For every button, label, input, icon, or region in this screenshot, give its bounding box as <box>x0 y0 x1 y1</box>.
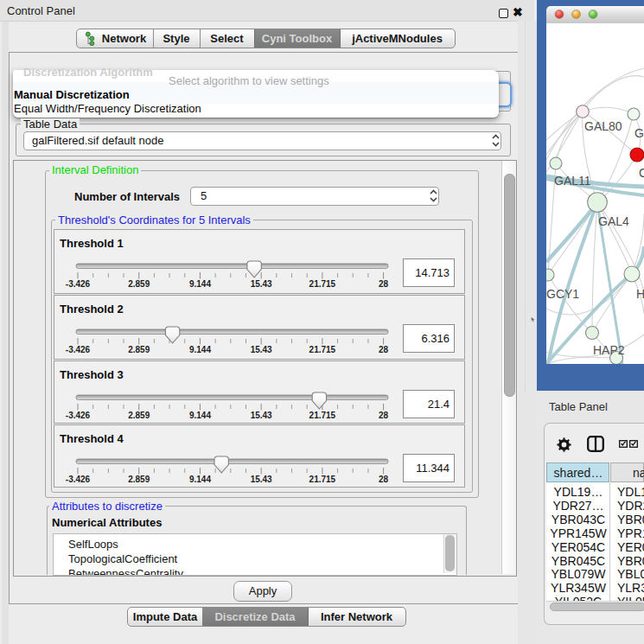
svg-text:2.859: 2.859 <box>128 475 150 484</box>
svg-text:28: 28 <box>379 411 389 420</box>
svg-text:2.859: 2.859 <box>128 345 150 354</box>
svg-text:15.43: 15.43 <box>251 345 272 354</box>
svg-text:C: C <box>639 166 644 180</box>
svg-text:28: 28 <box>379 345 389 354</box>
svg-text:GA: GA <box>634 126 644 140</box>
svg-text:21.715: 21.715 <box>309 279 336 289</box>
svg-text:GCY1: GCY1 <box>546 287 579 301</box>
svg-text:9.144: 9.144 <box>189 279 211 289</box>
svg-text:21.715: 21.715 <box>309 411 336 420</box>
svg-text:2.859: 2.859 <box>128 279 150 289</box>
svg-text:9.144: 9.144 <box>189 411 211 420</box>
svg-text:-3.426: -3.426 <box>66 411 91 420</box>
svg-text:-3.426: -3.426 <box>66 475 91 484</box>
svg-text:21.715: 21.715 <box>309 475 336 484</box>
svg-text:2.859: 2.859 <box>128 411 150 420</box>
svg-text:H: H <box>636 287 644 301</box>
svg-text:28: 28 <box>379 475 389 484</box>
svg-text:15.43: 15.43 <box>251 475 272 484</box>
svg-text:GAL4: GAL4 <box>598 214 629 228</box>
svg-text:28: 28 <box>379 279 389 289</box>
svg-text:9.144: 9.144 <box>189 345 211 354</box>
svg-text:21.715: 21.715 <box>309 345 336 354</box>
svg-text:15.43: 15.43 <box>251 411 272 420</box>
svg-text:15.43: 15.43 <box>251 279 272 289</box>
svg-text:-3.426: -3.426 <box>66 345 91 354</box>
svg-text:9.144: 9.144 <box>189 475 211 484</box>
svg-text:GAL11: GAL11 <box>554 174 591 188</box>
svg-text:HAP2: HAP2 <box>593 343 625 357</box>
svg-text:-3.426: -3.426 <box>66 279 91 289</box>
svg-text:GAL80: GAL80 <box>584 119 622 133</box>
